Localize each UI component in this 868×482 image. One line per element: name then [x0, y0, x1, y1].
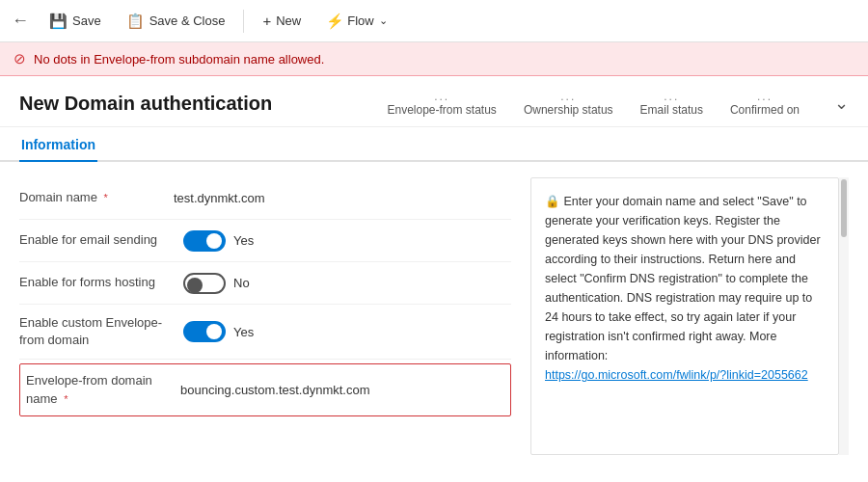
- enable-forms-toggle-wrap: No: [183, 273, 250, 294]
- page-title: New Domain authentication: [19, 93, 272, 115]
- domain-name-required: *: [104, 192, 108, 203]
- new-button[interactable]: + New: [252, 7, 312, 35]
- envelope-from-status-dots: ...: [387, 90, 496, 103]
- envelope-from-input[interactable]: [180, 383, 412, 397]
- page-header: New Domain authentication ... Envelope-f…: [0, 76, 868, 127]
- envelope-from-status: ... Envelope-from status: [387, 90, 496, 117]
- domain-name-label: Domain name *: [19, 189, 174, 206]
- scrollbar[interactable]: [839, 177, 849, 455]
- status-indicators: ... Envelope-from status ... Ownership s…: [387, 90, 849, 117]
- info-link[interactable]: https://go.microsoft.com/fwlink/p/?linki…: [545, 368, 808, 382]
- save-icon: 💾: [49, 13, 68, 30]
- error-message: No dots in Envelope-from subdomain name …: [34, 52, 324, 67]
- tab-information[interactable]: Information: [19, 127, 97, 162]
- back-button[interactable]: ←: [12, 11, 29, 31]
- save-button[interactable]: 💾 Save: [39, 7, 112, 36]
- domain-name-row: Domain name *: [19, 177, 511, 220]
- enable-forms-label: Enable for forms hosting: [19, 274, 174, 291]
- save-label: Save: [72, 13, 101, 28]
- enable-custom-label: Enable custom Envelope-from domain: [19, 314, 174, 349]
- envelope-from-row: Envelope-from domain name *: [19, 363, 511, 415]
- main-content: Domain name * Enable for email sending Y…: [0, 162, 868, 470]
- info-text: 🔒 Enter your domain name and select "Sav…: [545, 192, 825, 385]
- enable-forms-toggle[interactable]: [183, 273, 226, 294]
- info-panel: 🔒 Enter your domain name and select "Sav…: [530, 177, 839, 455]
- enable-email-toggle-wrap: Yes: [183, 230, 254, 252]
- enable-custom-toggle[interactable]: [183, 321, 226, 342]
- toolbar: ← 💾 Save 📋 Save & Close + New ⚡ Flow ⌄: [0, 0, 868, 42]
- enable-email-toggle[interactable]: [183, 230, 226, 252]
- flow-chevron-icon: ⌄: [379, 14, 388, 27]
- confirmed-on-label: Confirmed on: [730, 103, 800, 117]
- flow-label: Flow: [347, 13, 373, 28]
- save-close-label: Save & Close: [149, 13, 226, 28]
- lock-icon: 🔒: [545, 195, 560, 208]
- new-label: New: [276, 13, 301, 28]
- confirmed-on-status: ... Confirmed on: [730, 90, 800, 117]
- enable-email-toggle-label: Yes: [233, 233, 254, 248]
- scroll-thumb: [841, 179, 847, 237]
- enable-custom-toggle-wrap: Yes: [183, 321, 254, 342]
- enable-custom-knob: [206, 324, 222, 339]
- enable-forms-row: Enable for forms hosting No: [19, 262, 511, 305]
- form-section: Domain name * Enable for email sending Y…: [19, 177, 530, 455]
- enable-email-label: Enable for email sending: [19, 231, 174, 249]
- email-status-label: Email status: [640, 103, 703, 117]
- enable-forms-toggle-label: No: [233, 276, 250, 290]
- envelope-from-required: *: [64, 393, 68, 405]
- enable-custom-row: Enable custom Envelope-from domain Yes: [19, 305, 511, 360]
- enable-forms-knob: [187, 278, 203, 293]
- ownership-status-dots: ...: [524, 90, 613, 103]
- error-banner: ⊘ No dots in Envelope-from subdomain nam…: [0, 42, 868, 76]
- enable-email-row: Enable for email sending Yes: [19, 220, 511, 262]
- enable-custom-toggle-label: Yes: [233, 325, 254, 339]
- envelope-from-label: Envelope-from domain name *: [26, 372, 180, 407]
- email-status: ... Email status: [640, 90, 703, 117]
- error-icon: ⊘: [14, 50, 26, 67]
- flow-button[interactable]: ⚡ Flow ⌄: [315, 7, 397, 36]
- ownership-status: ... Ownership status: [524, 90, 613, 117]
- flow-icon: ⚡: [326, 13, 344, 30]
- tab-bar: Information: [0, 127, 868, 162]
- confirmed-on-dots: ...: [730, 90, 800, 103]
- save-close-icon: 📋: [126, 13, 145, 30]
- toolbar-divider: [243, 10, 244, 33]
- save-close-button[interactable]: 📋 Save & Close: [116, 7, 236, 36]
- envelope-from-status-label: Envelope-from status: [387, 103, 496, 117]
- email-status-dots: ...: [640, 90, 703, 103]
- enable-email-knob: [206, 233, 222, 249]
- new-icon: +: [262, 13, 271, 29]
- ownership-status-label: Ownership status: [524, 103, 613, 117]
- header-chevron-icon[interactable]: ⌄: [834, 93, 849, 114]
- domain-name-input[interactable]: [174, 191, 366, 205]
